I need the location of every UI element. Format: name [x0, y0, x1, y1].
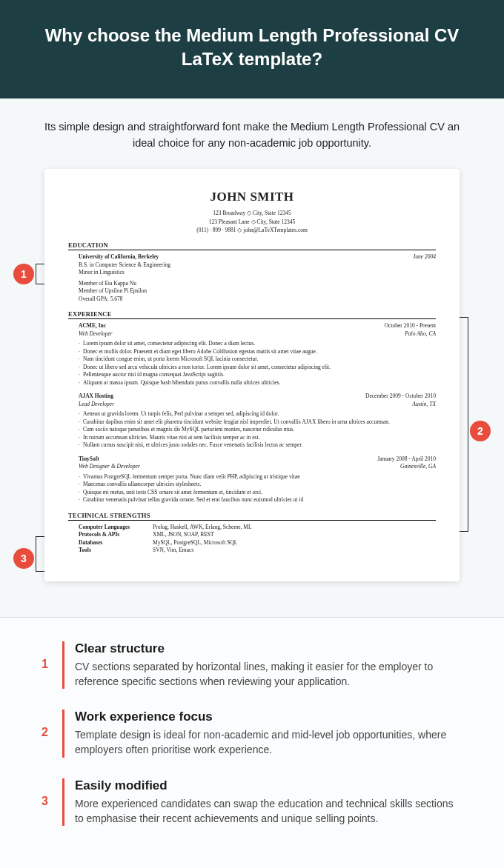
- cv-job-company: TinySoft: [79, 455, 99, 464]
- cv-job-role: Web Designer & Developer: [79, 463, 140, 471]
- tech-key: Computer Languages: [79, 524, 153, 532]
- cv-section-title: EXPERIENCE: [68, 310, 436, 319]
- feature-content: Work experience focusTemplate design is …: [62, 710, 462, 758]
- cv-bullet: Donec ut libero sed arcu vehicula ultric…: [79, 364, 436, 372]
- cv-preview-area: 1 2 3 JOHN SMITH 123 Broadway ◇ City, St…: [0, 169, 504, 610]
- callout-badge-3: 3: [13, 548, 34, 569]
- cv-job-company: ACME, Inc: [79, 322, 106, 330]
- feature-description: Template design is ideal for non-academi…: [75, 727, 462, 758]
- cv-job-bullets: Vivamus PostgreSQL fermentum semper port…: [79, 473, 436, 504]
- page-title: Why choose the Medium Length Professiona…: [30, 24, 474, 72]
- cv-bullet: Quisque mi metus, unit tests CSS ornare …: [79, 489, 436, 497]
- tech-row: Protocols & APIsXML, JSON, SOAP, REST: [79, 531, 436, 539]
- cv-job-location: Palo Alto, CA: [405, 330, 436, 338]
- cv-bullet: Aliquam at massa ipsum. Quisque bash bib…: [79, 379, 436, 387]
- cv-contact-line: (011) · 899 · 9881 ◇ john@LaTeXTemplates…: [68, 226, 436, 234]
- cv-edu-gpa: Overall GPA: 5.678: [79, 296, 436, 304]
- tech-value: Prolog, Haskell, AWK, Erlang, Scheme, ML: [153, 524, 252, 532]
- cv-name: JOHN SMITH: [68, 190, 436, 204]
- tech-value: MySQL, PostgreSQL, Microsoft SQL: [153, 539, 237, 547]
- cv-job-bullets: Aenean ut gravida lorem. Ut turpis felis…: [79, 410, 436, 450]
- feature-number: 3: [42, 778, 62, 827]
- cv-edu-member-1: Member of Eta Kappa Nu: [79, 280, 436, 288]
- cv-contact: 123 Broadway ◇ City, State 12345 123 Ple…: [68, 209, 436, 234]
- cv-job-dates: October 2010 - Present: [385, 322, 436, 330]
- cv-bullet: Aenean ut gravida lorem. Ut turpis felis…: [79, 410, 436, 418]
- page-header: Why choose the Medium Length Professiona…: [0, 0, 504, 99]
- cv-job-dates: December 2009 - October 2010: [365, 393, 436, 401]
- cv-bullet: Curabitur dapibus enim sit amet elit pha…: [79, 418, 436, 427]
- feature-title: Work experience focus: [75, 710, 462, 724]
- feature-number: 2: [42, 710, 62, 758]
- tech-value: SVN, Vim, Emacs: [153, 547, 193, 555]
- cv-job: ACME, IncOctober 2010 - PresentWeb Devel…: [79, 322, 436, 387]
- cv-education-section: EDUCATION University of California, Berk…: [68, 241, 436, 303]
- feature-title: Easily modified: [75, 778, 462, 793]
- feature-description: CV sections separated by horizontal line…: [75, 659, 462, 690]
- feature-content: Clear structureCV sections separated by …: [62, 641, 462, 690]
- cv-job-role: Web Developer: [79, 330, 113, 338]
- tech-row: Computer LanguagesProlog, Haskell, AWK, …: [79, 524, 436, 532]
- cv-experience-section: EXPERIENCE ACME, IncOctober 2010 - Prese…: [68, 310, 436, 504]
- tech-key: Protocols & APIs: [79, 531, 153, 539]
- feature-item: 1Clear structureCV sections separated by…: [42, 641, 462, 690]
- cv-bullet: Cum sociis natoque penatibus et magnis d…: [79, 426, 436, 434]
- cv-bullet: Donec et mollis dolor. Praesent et diam …: [79, 348, 436, 356]
- cv-edu-degree: B.S. in Computer Science & Engineering: [79, 261, 436, 270]
- feature-description: More experienced candidates can swap the…: [75, 796, 462, 827]
- cv-job: TinySoftJanuary 2008 - April 2010Web Des…: [79, 455, 436, 504]
- cv-job-bullets: Lorem ipsum dolor sit amet, consectetur …: [79, 340, 436, 387]
- tech-key: Tools: [79, 547, 153, 555]
- cv-edu-member-2: Member of Upsilon Pi Epsilon: [79, 287, 436, 296]
- cv-document: JOHN SMITH 123 Broadway ◇ City, State 12…: [44, 169, 460, 581]
- cv-address-1: 123 Broadway ◇ City, State 12345: [68, 209, 436, 217]
- cv-bullet: Pellentesque auctor nisi id magna conseq…: [79, 371, 436, 379]
- cv-bullet: Curabitur venenatis pulvinar tellus grav…: [79, 496, 436, 504]
- tech-key: Databases: [79, 539, 153, 547]
- callout-badge-1: 1: [13, 264, 34, 284]
- cv-bullet: Nam tincidunt congue enim, ut porta lore…: [79, 355, 436, 364]
- cv-job-location: Gainesville, GA: [400, 463, 436, 471]
- feature-number: 1: [42, 641, 62, 690]
- cv-section-title: EDUCATION: [68, 241, 436, 250]
- cv-bullet: In rutrum accumsan ultricies. Mauris vit…: [79, 434, 436, 442]
- cv-edu-school: University of California, Berkeley: [79, 253, 159, 261]
- features-list: 1Clear structureCV sections separated by…: [0, 618, 504, 868]
- intro-text: Its simple design and straightforward fo…: [0, 99, 504, 170]
- tech-row: DatabasesMySQL, PostgreSQL, Microsoft SQ…: [79, 539, 436, 547]
- feature-content: Easily modifiedMore experienced candidat…: [62, 778, 462, 827]
- cv-edu-date: June 2004: [413, 253, 436, 261]
- cv-tech-section: TECHNICAL STRENGTHS Computer LanguagesPr…: [68, 512, 436, 555]
- tech-value: XML, JSON, SOAP, REST: [153, 531, 214, 539]
- feature-item: 3Easily modifiedMore experienced candida…: [42, 778, 462, 827]
- cv-job-location: Austin, TX: [412, 401, 436, 409]
- cv-job: AJAX HostingDecember 2009 - October 2010…: [79, 393, 436, 450]
- cv-bullet: Vivamus PostgreSQL fermentum semper port…: [79, 473, 436, 481]
- cv-bullet: Lorem ipsum dolor sit amet, consectetur …: [79, 340, 436, 348]
- cv-edu-minor: Minor in Linguistics: [79, 269, 436, 277]
- cv-job-dates: January 2008 - April 2010: [377, 455, 436, 464]
- tech-row: ToolsSVN, Vim, Emacs: [79, 547, 436, 555]
- feature-item: 2Work experience focusTemplate design is…: [42, 710, 462, 758]
- cv-bullet: Nullam cursus suscipit nisi, et ultrices…: [79, 441, 436, 450]
- cv-section-title: TECHNICAL STRENGTHS: [68, 512, 436, 521]
- cv-job-role: Lead Developer: [79, 401, 114, 409]
- cv-address-2: 123 Pleasant Lane ◇ City, State 12345: [68, 218, 436, 226]
- feature-title: Clear structure: [75, 641, 462, 656]
- cv-job-company: AJAX Hosting: [79, 393, 113, 401]
- callout-badge-2: 2: [470, 421, 491, 441]
- cv-bullet: Maecenas convallis ullamcorper ultricies…: [79, 481, 436, 489]
